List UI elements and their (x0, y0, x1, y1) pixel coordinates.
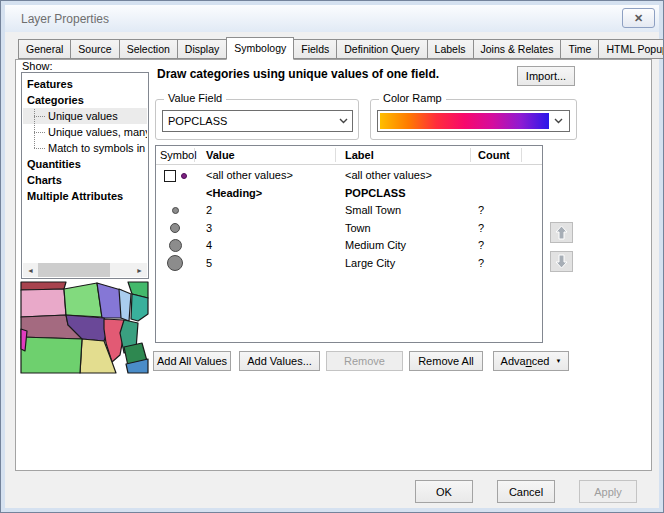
window-title: Layer Properties (21, 12, 109, 26)
advanced-button[interactable]: Advanced ▼ (493, 351, 569, 371)
color-ramp-group: Color Ramp (370, 99, 577, 140)
row-label: Large City (345, 255, 395, 273)
value-field-group: Value Field POPCLASS (155, 99, 359, 140)
all-other-values-symbol-icon[interactable] (181, 173, 187, 179)
column-separator (335, 148, 336, 162)
row-value: <Heading> (206, 185, 262, 203)
row-count: ? (478, 255, 484, 273)
row-value: 4 (206, 237, 212, 255)
tab-general[interactable]: General (18, 39, 71, 59)
row-value: <all other values> (206, 167, 293, 185)
advanced-button-label: Advanced (501, 355, 550, 367)
tab-labels[interactable]: Labels (427, 39, 474, 59)
tree-item-categories[interactable]: Categories (23, 92, 147, 108)
cancel-button[interactable]: Cancel (497, 480, 555, 503)
arrow-down-icon (555, 254, 568, 269)
dropdown-caret-icon: ▼ (556, 358, 562, 364)
value-field-dropdown[interactable]: POPCLASS (162, 110, 353, 132)
row-count: ? (478, 237, 484, 255)
tab-html-popup[interactable]: HTML Popup (598, 39, 664, 59)
color-ramp-dropdown[interactable] (377, 110, 570, 132)
table-row-all-other-values[interactable]: <all other values> <all other values> (156, 167, 542, 185)
tree-item-unique-values-many[interactable]: Unique values, many (23, 124, 147, 140)
close-icon: ✕ (634, 12, 643, 25)
column-header-symbol[interactable]: Symbol (160, 146, 197, 164)
scrollbar-thumb[interactable] (38, 263, 110, 277)
tab-symbology[interactable]: Symbology (226, 37, 294, 60)
tab-source[interactable]: Source (70, 39, 119, 59)
close-button[interactable]: ✕ (622, 8, 655, 28)
tab-joins-relates[interactable]: Joins & Relates (473, 39, 562, 59)
move-down-button[interactable] (550, 251, 573, 272)
column-separator (194, 148, 195, 162)
symbology-tab-page: Show: Features Categories Unique values … (15, 59, 652, 471)
remove-button[interactable]: Remove (326, 351, 403, 371)
title-bar[interactable]: Layer Properties ✕ (5, 5, 659, 32)
all-other-values-checkbox[interactable] (164, 170, 176, 182)
point-symbol-icon[interactable] (172, 207, 179, 214)
map-preview-thumbnail (20, 281, 149, 374)
column-separator (521, 148, 522, 162)
point-symbol-icon[interactable] (170, 223, 180, 233)
tree-item-unique-values[interactable]: Unique values (23, 108, 147, 124)
value-field-selected-value: POPCLASS (163, 115, 334, 127)
table-row-heading[interactable]: <Heading> POPCLASS (156, 185, 542, 203)
tree-item-charts[interactable]: Charts (23, 172, 147, 188)
chevron-down-icon (334, 118, 352, 124)
column-header-value[interactable]: Value (206, 146, 235, 164)
table-row[interactable]: 2 Small Town ? (156, 202, 542, 220)
tab-fields[interactable]: Fields (293, 39, 337, 59)
row-label: Small Town (345, 202, 401, 220)
tab-definition-query[interactable]: Definition Query (336, 39, 427, 59)
tree-item-match-to-symbols[interactable]: Match to symbols in a (23, 140, 147, 156)
row-label: Town (345, 220, 371, 238)
show-label: Show: (22, 60, 53, 72)
color-ramp-gradient (380, 113, 549, 129)
row-count: ? (478, 202, 484, 220)
tab-display[interactable]: Display (177, 39, 227, 59)
row-label: POPCLASS (345, 185, 406, 203)
ok-button[interactable]: OK (415, 480, 473, 503)
color-ramp-group-label: Color Ramp (379, 92, 446, 104)
arrow-up-icon (555, 225, 568, 240)
categories-table[interactable]: Symbol Value Label Count <all other valu… (155, 145, 543, 343)
column-header-label[interactable]: Label (345, 146, 374, 164)
move-up-button[interactable] (550, 222, 573, 243)
tab-selection[interactable]: Selection (119, 39, 178, 59)
add-all-values-button[interactable]: Add All Values (153, 351, 231, 371)
import-button[interactable]: Import... (517, 66, 575, 86)
scroll-left-icon[interactable]: ◄ (23, 263, 38, 277)
row-value: 2 (206, 202, 212, 220)
table-row[interactable]: 5 Large City ? (156, 255, 542, 273)
row-count: ? (478, 220, 484, 238)
tree-item-quantities[interactable]: Quantities (23, 156, 147, 172)
value-field-group-label: Value Field (164, 92, 226, 104)
row-label: <all other values> (345, 167, 432, 185)
states-map-image (20, 281, 149, 374)
point-symbol-icon[interactable] (169, 239, 182, 252)
chevron-down-icon (549, 118, 567, 124)
column-separator (470, 148, 471, 162)
header-divider (156, 164, 542, 165)
row-value: 3 (206, 220, 212, 238)
row-value: 5 (206, 255, 212, 273)
tab-strip: General Source Selection Display Symbolo… (18, 36, 664, 59)
tree-item-features[interactable]: Features (23, 76, 147, 92)
tree-item-multiple-attributes[interactable]: Multiple Attributes (23, 188, 147, 204)
tree-horizontal-scrollbar[interactable]: ◄ ► (23, 263, 147, 277)
tab-time[interactable]: Time (560, 39, 599, 59)
remove-all-button[interactable]: Remove All (409, 351, 483, 371)
row-label: Medium City (345, 237, 406, 255)
draw-method-heading: Draw categories using unique values of o… (157, 67, 439, 81)
table-row[interactable]: 4 Medium City ? (156, 237, 542, 255)
table-row[interactable]: 3 Town ? (156, 220, 542, 238)
layer-properties-dialog: Layer Properties ✕ General Source Select… (0, 0, 664, 513)
column-header-count[interactable]: Count (478, 146, 510, 164)
apply-button[interactable]: Apply (579, 480, 637, 503)
add-values-button[interactable]: Add Values... (239, 351, 320, 371)
point-symbol-icon[interactable] (167, 255, 183, 271)
scroll-right-icon[interactable]: ► (132, 263, 147, 277)
show-tree-listbox[interactable]: Features Categories Unique values Unique… (21, 72, 149, 279)
